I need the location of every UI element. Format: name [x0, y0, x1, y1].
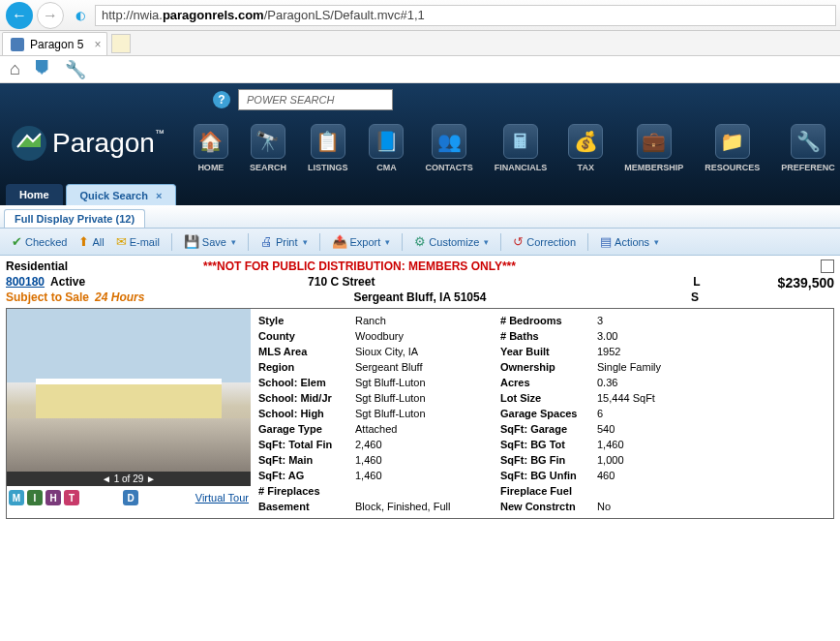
photo-pager[interactable]: ◄ 1 of 29 ► [7, 472, 251, 486]
mail-icon: ✉ [116, 234, 127, 249]
save-button[interactable]: 💾Save▾ [180, 232, 240, 251]
nav-financials[interactable]: 🖩FINANCIALS [495, 124, 548, 172]
nav-membership[interactable]: 💼MEMBERSHIP [624, 124, 683, 172]
chevron-down-icon: ▾ [654, 237, 659, 247]
browser-tool-row: ⌂ ⛊ 🔧 [0, 56, 840, 83]
customize-button[interactable]: ⚙Customize▾ [410, 232, 493, 251]
photo-column: ◄ 1 of 29 ► M I H T D Virtual Tour [7, 309, 251, 518]
back-button[interactable]: ← [6, 2, 33, 29]
nav-contacts[interactable]: 👥CONTACTS [425, 124, 472, 172]
listing-photo[interactable] [7, 309, 251, 472]
browser-tab[interactable]: Paragon 5 × [2, 32, 107, 55]
checked-button[interactable]: ✔Checked [8, 232, 71, 251]
detail-cell: 1,460 [355, 452, 500, 468]
home-icon[interactable]: ⌂ [10, 59, 20, 79]
listing-header: 800180 Active 710 C Street L $239,500 Su… [6, 275, 834, 304]
badge-h[interactable]: H [45, 490, 61, 505]
nav-label: CMA [376, 163, 397, 172]
chevron-down-icon: ▾ [303, 237, 308, 247]
select-checkbox[interactable] [821, 259, 834, 273]
save-icon: 💾 [184, 234, 199, 249]
nav-tax[interactable]: 💰TAX [568, 124, 603, 172]
distribution-warning: ***NOT FOR PUBLIC DISTRIBUTION: MEMBERS … [203, 259, 516, 273]
tab-label: Quick Search [80, 190, 148, 201]
detail-cell: Single Family [597, 359, 825, 375]
power-search-input[interactable]: POWER SEARCH [238, 89, 393, 110]
nav-search[interactable]: 🔭SEARCH [250, 124, 286, 172]
action-toolbar: ✔Checked ⬆All ✉E-mail 💾Save▾ 🖨Print▾ 📤Ex… [0, 229, 840, 256]
forward-button[interactable]: → [37, 2, 64, 29]
detail-cell: Garage Spaces [500, 406, 597, 421]
all-button[interactable]: ⬆All [75, 232, 107, 251]
badge-d[interactable]: D [123, 490, 138, 505]
detail-cell: Year Built [500, 344, 597, 359]
detail-cell: SqFt: BG Fin [500, 452, 597, 468]
check-icon: ✔ [12, 234, 22, 249]
contacts-icon: 👥 [432, 124, 466, 159]
new-tab-button[interactable] [111, 34, 131, 53]
separator [171, 233, 172, 251]
mls-number-link[interactable]: 800180 [6, 275, 45, 290]
city-state: Sergeant Bluff, IA 51054 [353, 290, 486, 304]
virtual-tour-link[interactable]: Virtual Tour [195, 492, 249, 504]
correction-button[interactable]: ↺Correction [509, 232, 580, 251]
print-button[interactable]: 🖨Print▾ [256, 232, 312, 251]
subtab-full-display[interactable]: Full Display Private (12) [4, 209, 145, 228]
sub-tabs: Full Display Private (12) [0, 205, 840, 229]
separator [248, 233, 249, 251]
export-icon: 📤 [332, 234, 347, 249]
export-button[interactable]: 📤Export▾ [328, 232, 395, 251]
logo-mark [10, 124, 48, 163]
nav-resources[interactable]: 📁RESOURCES [705, 124, 760, 172]
separator [587, 233, 588, 251]
detail-cell: Woodbury [355, 328, 500, 344]
detail-cell: SqFt: BG Tot [500, 437, 597, 452]
price: $239,500 [778, 275, 834, 290]
actions-button[interactable]: ▤Actions▾ [596, 232, 663, 251]
detail-cell: School: Mid/Jr [258, 390, 355, 406]
nav-label: HOME [197, 163, 224, 172]
detail-cell: 1952 [597, 344, 825, 359]
badge-t[interactable]: T [64, 490, 79, 505]
all-icon: ⬆ [78, 234, 89, 249]
detail-cell: 3 [597, 313, 825, 328]
badge-i[interactable]: I [27, 490, 43, 505]
nav-cma[interactable]: 📘CMA [369, 124, 404, 172]
tab-home[interactable]: Home [6, 184, 63, 205]
wrench-icon[interactable]: 🔧 [65, 59, 86, 80]
detail-cell: # Baths [500, 328, 597, 344]
detail-cell: New Constrctn [500, 499, 597, 514]
address: 710 C Street [308, 275, 375, 290]
detail-cell: Region [258, 359, 355, 375]
url-pre: http://nwia. [102, 8, 163, 22]
detail-cell: Garage Type [258, 421, 355, 437]
cma-icon: 📘 [369, 124, 404, 159]
listing-content: Residential ***NOT FOR PUBLIC DISTRIBUTI… [0, 256, 840, 523]
email-button[interactable]: ✉E-mail [112, 232, 164, 251]
detail-cell: Sioux City, IA [355, 344, 500, 359]
left-labels: StyleCountyMLS AreaRegionSchool: ElemSch… [258, 313, 355, 514]
help-icon[interactable]: ? [213, 91, 230, 108]
badge-m[interactable]: M [9, 490, 24, 505]
browser-nav-bar: ← → ◐ http://nwia.paragonrels.com/Parago… [0, 0, 840, 31]
address-bar[interactable]: http://nwia.paragonrels.com/ParagonLS/De… [95, 5, 836, 26]
nav-listings[interactable]: 📋LISTINGS [308, 124, 348, 172]
detail-cell: School: High [258, 406, 355, 421]
shield-icon[interactable]: ⛊ [34, 59, 51, 79]
nav-home[interactable]: 🏠HOME [194, 124, 228, 172]
tab-quick-search[interactable]: Quick Search × [66, 184, 177, 205]
detail-cell: Sgt Bluff-Luton [355, 406, 500, 421]
detail-cell: MLS Area [258, 344, 355, 359]
detail-columns: StyleCountyMLS AreaRegionSchool: ElemSch… [251, 309, 833, 518]
main-nav: 🏠HOME🔭SEARCH📋LISTINGS📘CMA👥CONTACTS🖩FINAN… [194, 124, 835, 172]
financials-icon: 🖩 [503, 124, 538, 159]
nav-preferences[interactable]: 🔧PREFERENC [781, 124, 835, 172]
s-label: S [691, 290, 699, 304]
close-icon[interactable]: × [156, 190, 162, 201]
detail-cell: 460 [597, 468, 825, 483]
subject-to-sale: Subject to Sale [6, 290, 89, 304]
hours-label: 24 Hours [95, 290, 144, 304]
close-icon[interactable]: × [94, 38, 101, 51]
detail-cell [355, 483, 500, 499]
right-values: 33.001952Single Family0.3615,444 SqFt654… [597, 313, 825, 514]
